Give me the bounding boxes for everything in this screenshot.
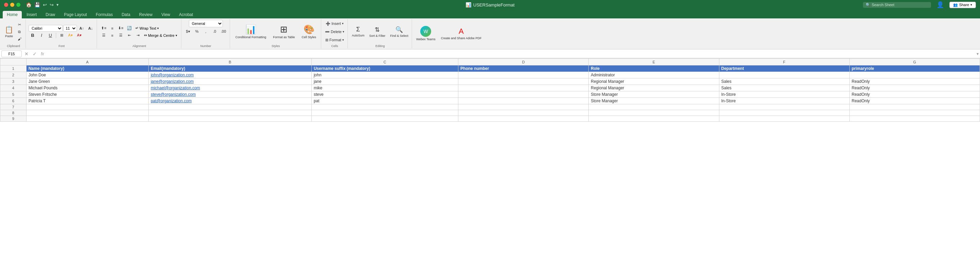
col-header-F[interactable]: F [719,59,850,66]
italic-button[interactable]: I [37,32,46,39]
font-size-select[interactable]: 11 [63,25,77,32]
cell-B6[interactable]: pat@organization.com [148,98,311,104]
cell-F1[interactable]: Department [719,66,850,72]
autosum-button[interactable]: Σ AutoSum [350,21,366,42]
close-button[interactable] [4,3,8,7]
cell-G8[interactable] [850,110,980,116]
search-placeholder[interactable]: Search Sheet [872,3,894,7]
format-button[interactable]: ⊞ Format ▾ [324,36,345,43]
cell-B4[interactable]: michael@organization.com [148,85,311,91]
font-color-button[interactable]: A▾ [75,32,83,39]
number-format-select[interactable]: General [189,20,223,27]
col-header-G[interactable]: G [850,59,980,66]
cell-A7[interactable] [26,104,148,110]
decrease-font-button[interactable]: A↓ [86,25,95,32]
align-right-button[interactable]: ☰ [117,32,125,39]
maximize-button[interactable] [16,3,21,7]
cell-D4[interactable] [458,85,589,91]
comma-button[interactable]: , [202,28,210,35]
cell-F9[interactable] [719,116,850,122]
cell-E3[interactable]: Regional Manager [589,79,719,85]
format-as-table-button[interactable]: ⊞ Format as Table [270,21,298,43]
col-header-C[interactable]: C [311,59,458,66]
decrease-decimal-button[interactable]: .0 [211,28,219,35]
cell-G7[interactable] [850,104,980,110]
col-header-E[interactable]: E [589,59,719,66]
cell-B1[interactable]: Email(mandatory) [148,66,311,72]
cell-D3[interactable] [458,79,589,85]
cell-A2[interactable]: John Doe [26,72,148,79]
cell-reference-box[interactable] [2,50,22,57]
paste-button[interactable]: 📋 Paste [3,21,14,42]
cell-E8[interactable] [589,110,719,116]
cell-E6[interactable]: Store Manager [589,98,719,104]
cell-F8[interactable] [719,110,850,116]
formula-function-icon[interactable]: fx [40,51,45,56]
cell-E1[interactable]: Role [589,66,719,72]
formula-bar-expand-icon[interactable]: ▾ [977,51,978,56]
minimize-button[interactable] [10,3,14,7]
border-button[interactable]: ⊞ [57,32,66,39]
percent-button[interactable]: % [193,28,201,35]
cell-E2[interactable]: Administrator [589,72,719,79]
cell-A1[interactable]: Name (mandatory) [26,66,148,72]
cell-A9[interactable] [26,116,148,122]
share-button[interactable]: 👥 Share ▾ [950,2,976,8]
webex-teams-button[interactable]: W Webex Teams [415,23,437,43]
currency-button[interactable]: $▾ [184,28,192,35]
format-painter-button[interactable]: 🖌 [15,35,24,42]
find-select-button[interactable]: 🔍 Find & Select [388,21,410,42]
cell-A5[interactable]: Steven Fritsche [26,91,148,98]
underline-button[interactable]: U [46,32,54,39]
align-bottom-button[interactable]: ⬇≡ [117,25,125,32]
increase-font-button[interactable]: A↑ [78,25,86,32]
cell-B3[interactable]: jane@organization.com [148,79,311,85]
cell-D6[interactable] [458,98,589,104]
undo-icon[interactable]: ↩ [43,2,47,8]
cell-C8[interactable] [311,110,458,116]
cell-B9[interactable] [148,116,311,122]
cell-A3[interactable]: Jane Green [26,79,148,85]
cell-C2[interactable]: john [311,72,458,79]
cell-C6[interactable]: pat [311,98,458,104]
user-icon[interactable]: 👤 [937,1,944,8]
tab-insert[interactable]: Insert [22,11,41,18]
cell-C1[interactable]: Username suffix (mandatory) [311,66,458,72]
cell-E7[interactable] [589,104,719,110]
cell-G3[interactable]: ReadOnly [850,79,980,85]
cell-A6[interactable]: Patricia T [26,98,148,104]
tab-data[interactable]: Data [118,11,134,18]
cell-styles-button[interactable]: 🎨 Cell Styles [299,21,319,43]
cell-A4[interactable]: Michael Pounds [26,85,148,91]
bold-button[interactable]: B [29,32,37,39]
customize-icon[interactable]: ▾ [56,2,59,7]
align-top-button[interactable]: ⬆≡ [100,25,108,32]
cell-G1[interactable]: primaryrole [850,66,980,72]
cell-G6[interactable]: ReadOnly [850,98,980,104]
cell-C5[interactable]: steve [311,91,458,98]
cell-B7[interactable] [148,104,311,110]
traffic-lights[interactable] [4,3,21,7]
save-icon[interactable]: 💾 [34,2,40,8]
align-center-button[interactable]: ≡ [108,32,116,39]
cell-A8[interactable] [26,110,148,116]
decrease-indent-button[interactable]: ⇤ [125,32,134,39]
cell-F7[interactable] [719,104,850,110]
col-header-A[interactable]: A [26,59,148,66]
copy-button[interactable]: ⧉ [15,28,24,35]
tab-page-layout[interactable]: Page Layout [60,11,91,18]
cell-G2[interactable] [850,72,980,79]
cell-C4[interactable]: mike [311,85,458,91]
cell-D9[interactable] [458,116,589,122]
cell-G5[interactable]: ReadOnly [850,91,980,98]
formula-input[interactable] [47,51,975,56]
fill-color-button[interactable]: A▾ [66,32,75,39]
cell-F4[interactable]: Sales [719,85,850,91]
conditional-formatting-button[interactable]: 📊 Conditional Formatting [233,21,269,43]
cell-E5[interactable]: Store Manager [589,91,719,98]
orientation-button[interactable]: 🔄 [125,25,134,32]
cell-D2[interactable] [458,72,589,79]
tab-draw[interactable]: Draw [41,11,59,18]
cut-button[interactable]: ✂ [15,21,24,28]
increase-decimal-button[interactable]: .00 [220,28,228,35]
